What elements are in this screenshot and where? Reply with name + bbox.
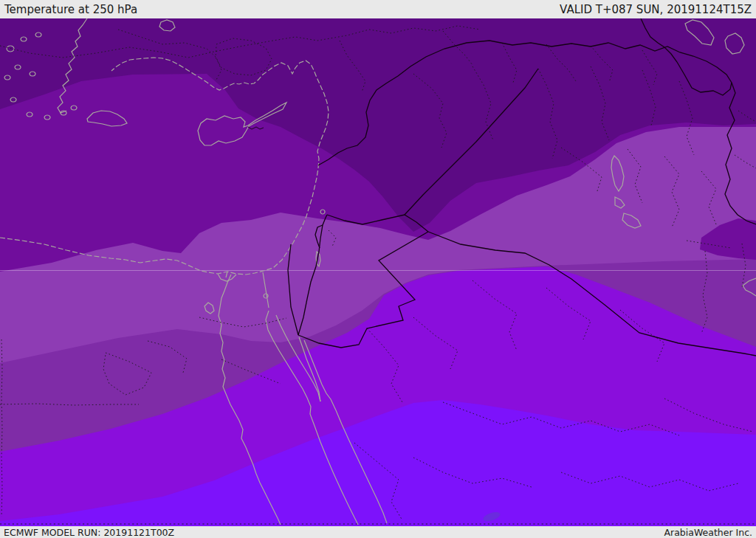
weather-map: [0, 18, 756, 526]
header-bar: Temperature at 250 hPa VALID T+087 SUN, …: [0, 0, 756, 18]
model-run-label: ECMWF MODEL RUN: 20191121T00Z: [4, 527, 174, 538]
valid-time-label: VALID T+087 SUN, 20191124T15Z: [560, 3, 752, 16]
temperature-bands: [0, 18, 756, 526]
footer-bar: ECMWF MODEL RUN: 20191121T00Z ArabiaWeat…: [0, 526, 756, 538]
map-title: Temperature at 250 hPa: [4, 3, 137, 16]
credit-label: ArabiaWeather Inc.: [664, 527, 752, 538]
weather-map-window: Temperature at 250 hPa VALID T+087 SUN, …: [0, 0, 756, 538]
